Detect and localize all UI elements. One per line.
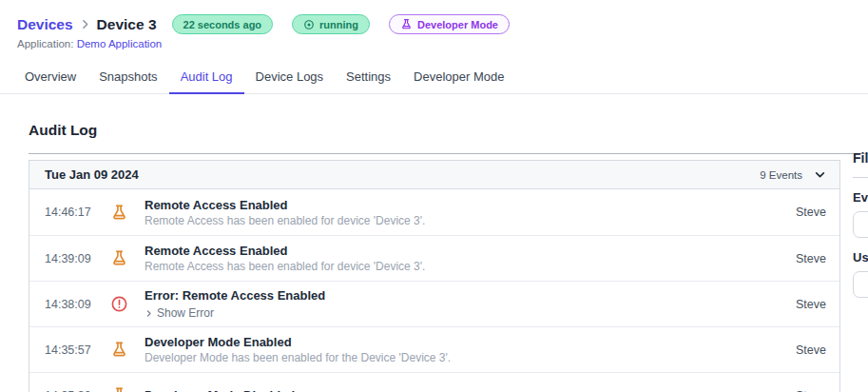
event-user: Steve — [796, 298, 826, 311]
chevron-down-icon[interactable] — [814, 168, 826, 181]
audit-log-row: 14:46:17 Remote Access Enabled Remote Ac… — [29, 189, 839, 235]
event-user: Steve — [796, 252, 826, 265]
main-content: Audit Log Tue Jan 09 2024 9 Events 14:46… — [29, 122, 868, 392]
event-time: 14:46:17 — [45, 206, 96, 219]
last-seen-label: 22 seconds ago — [183, 19, 262, 30]
event-user: Steve — [796, 389, 826, 392]
application-row: Application: Demo Application — [17, 38, 868, 49]
status-badges: 22 seconds ago running Developer Mode — [172, 14, 510, 34]
date-header-label: Tue Jan 09 2024 — [45, 167, 760, 182]
breadcrumb-devices-link[interactable]: Devices — [17, 16, 73, 33]
flask-icon — [110, 204, 129, 222]
events-filter-input[interactable] — [853, 211, 868, 238]
event-description: Remote Access has been enabled for devic… — [145, 260, 796, 273]
flask-icon — [110, 386, 129, 392]
event-time: 14:39:09 — [45, 252, 96, 265]
event-title: Remote Access Enabled — [145, 244, 796, 258]
breadcrumb-chevron-icon — [79, 18, 91, 30]
audit-rows: 14:46:17 Remote Access Enabled Remote Ac… — [29, 189, 839, 392]
running-status-label: running — [319, 19, 358, 30]
tab-device-logs[interactable]: Device Logs — [244, 62, 336, 94]
tab-developer-mode[interactable]: Developer Mode — [402, 62, 515, 94]
flask-icon — [110, 341, 129, 359]
events-filter-label: Events — [853, 190, 868, 205]
event-main: Developer Mode Disabled — [145, 388, 796, 392]
event-time: 14:35:30 — [45, 389, 96, 392]
tab-settings[interactable]: Settings — [335, 62, 402, 94]
error-icon — [110, 295, 129, 313]
event-main: Remote Access Enabled Remote Access has … — [145, 198, 796, 227]
event-title: Developer Mode Enabled — [145, 335, 796, 349]
page-header: Devices Device 3 22 seconds ago running — [0, 0, 868, 49]
users-filter-label: Users — [853, 250, 868, 265]
filter-panel-title: Filter — [853, 150, 868, 166]
event-description: Developer Mode has been enabled for the … — [145, 351, 796, 364]
audit-log-row: 14:38:09 Error: Remote Access Enabled Sh… — [29, 281, 839, 326]
audit-log-row: 14:35:57 Developer Mode Enabled Develope… — [29, 326, 839, 372]
tab-overview[interactable]: Overview — [13, 62, 87, 94]
event-title: Developer Mode Disabled — [145, 388, 796, 392]
filter-divider — [853, 177, 868, 178]
developer-mode-label: Developer Mode — [417, 19, 498, 30]
audit-log-row: 14:39:09 Remote Access Enabled Remote Ac… — [29, 235, 839, 281]
last-seen-badge: 22 seconds ago — [172, 14, 274, 34]
application-label: Application: — [17, 38, 73, 49]
show-error-label: Show Error — [157, 306, 214, 320]
filter-panel: Filter Events Users — [853, 150, 868, 298]
tab-snapshots[interactable]: Snapshots — [87, 62, 168, 94]
flask-icon — [110, 249, 129, 267]
breadcrumb-current-device: Device 3 — [97, 16, 157, 33]
tab-audit-log[interactable]: Audit Log — [169, 62, 244, 94]
event-count-badge: 9 Events — [760, 169, 802, 181]
event-main: Developer Mode Enabled Developer Mode ha… — [145, 335, 796, 364]
audit-log-table: Tue Jan 09 2024 9 Events 14:46:17 Remote… — [29, 160, 840, 392]
users-filter-input[interactable] — [853, 271, 868, 298]
page-title: Audit Log — [29, 122, 868, 139]
event-title: Error: Remote Access Enabled — [145, 288, 796, 303]
record-icon — [303, 19, 315, 30]
event-title: Remote Access Enabled — [145, 198, 796, 212]
flask-icon — [400, 18, 413, 30]
device-detail-page: Devices Device 3 22 seconds ago running — [0, 0, 868, 392]
audit-log-row: 14:35:30 Developer Mode Disabled Steve — [29, 372, 839, 392]
event-time: 14:35:57 — [45, 343, 96, 357]
show-error-link[interactable]: Show Error — [145, 306, 796, 320]
application-link[interactable]: Demo Application — [77, 38, 163, 49]
event-description: Remote Access has been enabled for devic… — [145, 214, 796, 227]
running-status-badge: running — [292, 14, 370, 34]
event-main: Remote Access Enabled Remote Access has … — [145, 244, 796, 273]
event-main: Error: Remote Access Enabled Show Error — [145, 288, 796, 320]
event-user: Steve — [796, 206, 826, 219]
event-user: Steve — [796, 343, 826, 357]
section-divider — [29, 153, 868, 154]
event-time: 14:38:09 — [45, 298, 96, 311]
chevron-right-icon — [145, 309, 153, 318]
breadcrumb: Devices Device 3 22 seconds ago running — [17, 14, 868, 34]
developer-mode-badge: Developer Mode — [389, 14, 510, 34]
tab-bar: OverviewSnapshotsAudit LogDevice LogsSet… — [0, 62, 868, 94]
date-group-header[interactable]: Tue Jan 09 2024 9 Events — [29, 161, 839, 189]
